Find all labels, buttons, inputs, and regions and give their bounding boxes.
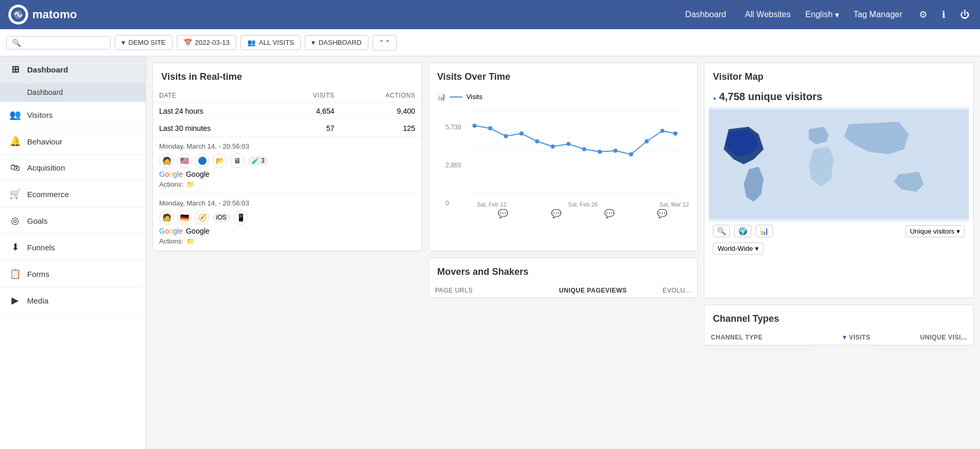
- actions-row-1: Actions: 📁: [159, 180, 415, 188]
- sidebar-item-media[interactable]: ▶ Media: [0, 287, 146, 314]
- dropdown-chevron: ▾: [957, 227, 960, 235]
- chart-svg: [458, 105, 689, 199]
- source-label-1: Google: [186, 170, 209, 178]
- language-selector[interactable]: English ▾: [805, 10, 839, 20]
- logout-icon[interactable]: ⏻: [958, 7, 972, 22]
- forms-sidebar-icon: 📋: [9, 268, 21, 280]
- main-layout: ⊞ Dashboard Dashboard 👥 Visitors 🔔 Behav…: [0, 56, 980, 449]
- sidebar-sub-dashboard[interactable]: Dashboard: [0, 83, 146, 102]
- count-badge: 🧪 3: [248, 156, 268, 165]
- nav-tag-manager[interactable]: Tag Manager: [850, 8, 906, 21]
- col-unique-visits: UNIQUE VISI...: [877, 331, 973, 345]
- demo-site-label: DEMO SITE: [128, 39, 166, 46]
- nav-dashboard[interactable]: Dashboard: [681, 8, 730, 21]
- world-map-svg: [709, 107, 969, 222]
- logo: matomo: [8, 5, 77, 25]
- map-globe[interactable]: 🌍: [734, 225, 751, 237]
- dashboard-button[interactable]: ▾ DASHBOARD: [305, 35, 368, 50]
- y-top: 5,730: [446, 124, 461, 131]
- movers-card: Movers and Shakers PAGE URLS UNIQUE PAGE…: [428, 258, 698, 298]
- date-picker-button[interactable]: 📅 2022-03-13: [177, 35, 237, 50]
- unique-visitors-count: ● 4,758 unique visitors: [704, 89, 973, 107]
- row-visits: 57: [276, 120, 341, 137]
- sort-icon: ▼: [842, 334, 848, 341]
- folder-icon-2: 📁: [186, 237, 195, 245]
- source-label-2: Google: [186, 227, 209, 235]
- actions-label-2: Actions:: [159, 237, 183, 245]
- calendar-icon: 📅: [184, 39, 192, 46]
- sidebar-item-funnels[interactable]: ⬇ Funnels: [0, 234, 146, 261]
- annotation-icon-1[interactable]: 💬: [498, 209, 508, 219]
- top-navigation: matomo Dashboard All Websites English ▾ …: [0, 0, 980, 29]
- flag-us-icon: 🇺🇸: [177, 153, 192, 168]
- sidebar-funnels-label: Funnels: [27, 243, 55, 252]
- language-label: English: [805, 10, 832, 19]
- channel-types-card: Channel Types CHANNEL TYPE ▼ VISITS UNIQ…: [704, 305, 974, 346]
- sidebar-item-acquisition[interactable]: 🛍 Acquisition: [0, 155, 146, 181]
- sidebar-acquisition-label: Acquisition: [27, 163, 65, 172]
- col-actions: ACTIONS: [341, 89, 422, 103]
- visitors-sidebar-icon: 👥: [9, 109, 21, 120]
- sidebar-item-behaviour[interactable]: 🔔 Behaviour: [0, 128, 146, 155]
- sidebar-item-forms[interactable]: 📋 Forms: [0, 261, 146, 287]
- map-zoom-out[interactable]: 🔍: [713, 225, 730, 237]
- row-label: Last 24 hours: [153, 103, 276, 120]
- sidebar-sub-dashboard-label: Dashboard: [27, 88, 63, 96]
- visit-date-1: Monday, March 14, - 20:56:03: [159, 142, 415, 150]
- folder-icon: 📁: [186, 180, 195, 188]
- behaviour-sidebar-icon: 🔔: [9, 136, 21, 147]
- actions-row-2: Actions: 📁: [159, 237, 415, 245]
- svg-point-9: [535, 139, 539, 143]
- nav-all-websites[interactable]: All Websites: [740, 8, 795, 21]
- flag-de-icon: 🇩🇪: [177, 210, 192, 225]
- svg-point-12: [582, 147, 586, 151]
- annotation-icon-3[interactable]: 💬: [604, 209, 615, 219]
- acquisition-sidebar-icon: 🛍: [9, 162, 21, 173]
- map-bar[interactable]: 📊: [756, 225, 773, 237]
- unique-visitors-value: 4,758 unique visitors: [719, 91, 822, 102]
- desktop-icon: 🖥: [230, 153, 245, 168]
- sidebar-item-dashboard[interactable]: ⊞ Dashboard: [0, 56, 146, 83]
- map-title: Visitor Map: [704, 63, 973, 89]
- region-dropdown[interactable]: World-Wide ▾: [713, 242, 763, 254]
- sidebar-item-goals[interactable]: ◎ Goals: [0, 208, 146, 234]
- visit-date-2: Monday, March 14, - 20:56:03: [159, 199, 415, 207]
- search-box[interactable]: 🔍: [6, 36, 111, 50]
- unique-visitors-dropdown[interactable]: Unique visitors ▾: [905, 225, 965, 237]
- sidebar-item-visitors[interactable]: 👥 Visitors: [0, 102, 146, 128]
- col-evolution: EVOLU...: [633, 284, 697, 298]
- demo-site-dropdown-icon: ▾: [122, 39, 125, 46]
- all-visits-button[interactable]: 👥 ALL VISITS: [241, 35, 301, 50]
- y-axis: 5,730 2,865 0: [446, 124, 461, 207]
- region-row: World-Wide ▾: [704, 240, 973, 261]
- media-sidebar-icon: ▶: [9, 295, 21, 306]
- svg-point-18: [673, 131, 677, 136]
- svg-point-13: [597, 150, 602, 154]
- svg-point-11: [566, 142, 570, 146]
- svg-point-6: [488, 126, 492, 130]
- row-actions: 9,400: [341, 103, 422, 120]
- row-actions: 125: [341, 120, 422, 137]
- unique-visitors-dropdown-label: Unique visitors: [910, 227, 954, 235]
- y-bot: 0: [446, 200, 461, 207]
- person-icon-2: 🧑: [159, 210, 174, 225]
- demo-site-button[interactable]: ▾ DEMO SITE: [115, 35, 173, 50]
- realtime-table: DATE VISITS ACTIONS Last 24 hours 4,654 …: [153, 89, 422, 137]
- settings-icon[interactable]: ⚙: [917, 7, 929, 22]
- annotation-icon-2[interactable]: 💬: [551, 209, 561, 219]
- safari-icon: 🧭: [195, 210, 209, 225]
- sidebar-media-label: Media: [27, 296, 49, 305]
- visit-icons-1: 🧑 🇺🇸 🔵 📂 🖥 🧪 3: [159, 153, 415, 168]
- legend-line: [450, 96, 462, 98]
- annotation-icon-4[interactable]: 💬: [657, 209, 667, 219]
- svg-point-7: [504, 134, 508, 138]
- visit-source-1: Google Google: [159, 170, 415, 178]
- info-icon[interactable]: ℹ: [940, 7, 948, 22]
- logo-icon: [8, 5, 28, 25]
- movers-title: Movers and Shakers: [429, 258, 698, 284]
- sidebar-item-ecommerce[interactable]: 🛒 Ecommerce: [0, 181, 146, 208]
- collapse-button[interactable]: ⌃⌃: [373, 35, 397, 51]
- search-input[interactable]: [24, 39, 105, 46]
- sidebar-ecommerce-label: Ecommerce: [27, 190, 69, 199]
- channel-table: CHANNEL TYPE ▼ VISITS UNIQUE VISI...: [704, 331, 973, 345]
